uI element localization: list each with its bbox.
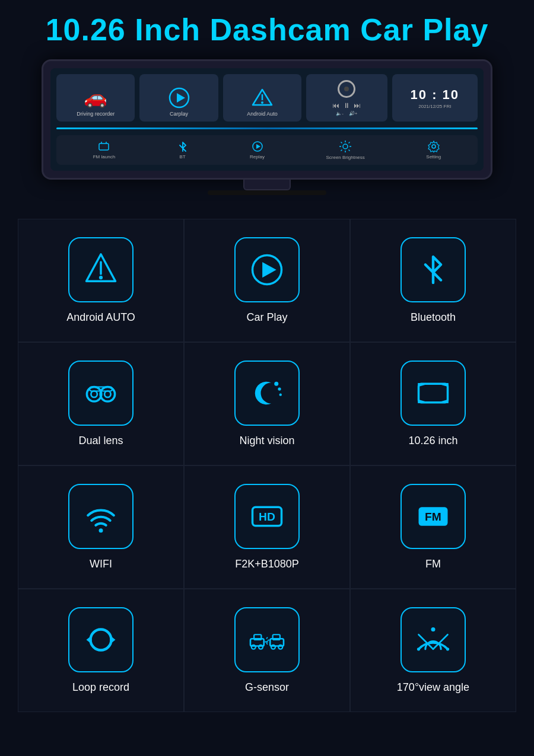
android-auto-label: Android AUTO: [66, 311, 135, 324]
svg-line-49: [266, 637, 268, 639]
svg-point-55: [278, 645, 282, 649]
night-vision-label: Night vision: [239, 435, 294, 447]
night-vision-icon-box: [234, 361, 300, 426]
fm-label: FM: [425, 558, 441, 570]
svg-point-48: [259, 645, 263, 649]
carplay-icon: [246, 249, 288, 291]
svg-rect-5: [99, 143, 109, 150]
app-driving-recorder: 🚗 Driving recorder: [56, 74, 135, 122]
svg-point-10: [343, 144, 348, 149]
device-mockup: 🚗 Driving recorder Carplay Android Auto: [36, 59, 498, 195]
clock-widget: 10 : 10 2021/12/25 FRI: [392, 74, 478, 122]
hd-icon: HD: [246, 496, 288, 537]
loop-record-label: Loop record: [72, 681, 129, 694]
svg-point-31: [278, 387, 281, 390]
bottom-bt-label: BT: [179, 154, 185, 160]
feature-bluetooth: Bluetooth: [350, 219, 516, 342]
dual-lens-icon-box: [68, 361, 134, 426]
app-carplay: Carplay: [139, 74, 218, 122]
fm-icon-box: FM: [401, 484, 466, 549]
feature-resolution: HD F2K+B1080P: [184, 465, 350, 589]
carplay-icon-box: [234, 237, 300, 302]
svg-point-28: [104, 391, 111, 398]
feature-fm: FM FM: [350, 465, 516, 589]
clock-date: 2021/12/25 FRI: [418, 104, 451, 109]
svg-point-59: [417, 647, 420, 650]
svg-text:HD: HD: [259, 511, 275, 523]
media-widget: ⏮⏸⏭ 🔈- 🔊+: [306, 74, 387, 122]
device-stand: [243, 180, 291, 190]
feature-dual-lens: Dual lens: [18, 342, 184, 465]
svg-line-17: [349, 142, 350, 143]
bottom-setting: Setting: [426, 141, 441, 160]
view-angle-icon: [412, 619, 454, 661]
wifi-icon-box: [68, 484, 134, 549]
svg-point-30: [274, 382, 278, 386]
wifi-icon: [80, 496, 122, 537]
bottom-replay-label: Replay: [250, 154, 265, 160]
loop-record-icon-box: [68, 607, 134, 672]
g-sensor-icon-box: [234, 607, 300, 672]
svg-point-19: [432, 145, 436, 148]
bluetooth-icon-box: [401, 237, 466, 302]
svg-rect-33: [419, 384, 448, 403]
svg-point-61: [431, 627, 436, 631]
clock-time: 10 : 10: [411, 87, 460, 103]
svg-point-54: [271, 645, 275, 649]
view-angle-label: 170°view angle: [397, 681, 469, 694]
features-grid: Android AUTO Car Play Bluetooth: [0, 213, 534, 718]
bluetooth-icon: [412, 249, 454, 291]
bottom-setting-label: Setting: [426, 154, 441, 160]
bluetooth-label: Bluetooth: [411, 311, 456, 324]
feature-g-sensor: G-sensor: [184, 589, 350, 712]
svg-point-60: [446, 647, 449, 650]
bottom-replay: Replay: [250, 141, 265, 160]
svg-point-22: [99, 276, 103, 279]
g-sensor-label: G-sensor: [245, 681, 289, 694]
bottom-fm-label: FM launch: [93, 154, 115, 160]
svg-marker-9: [256, 144, 260, 149]
dashcam-device: 🚗 Driving recorder Carplay Android Auto: [42, 59, 492, 180]
app-driving-recorder-label: Driving recorder: [77, 111, 115, 117]
loop-record-icon: [80, 619, 122, 661]
app-android-auto: Android Auto: [223, 74, 301, 122]
screen-size-icon: [412, 372, 454, 414]
feature-loop-record: Loop record: [18, 589, 184, 712]
resolution-label: F2K+B1080P: [235, 558, 299, 570]
night-vision-icon: [246, 372, 288, 414]
svg-point-4: [261, 101, 263, 104]
android-auto-icon-box: [68, 237, 134, 302]
svg-line-51: [266, 643, 268, 645]
feature-night-vision: Night vision: [184, 342, 350, 465]
svg-text:FM: FM: [425, 511, 441, 523]
svg-marker-24: [262, 262, 276, 277]
g-sensor-icon: [246, 619, 288, 661]
device-base: [208, 190, 326, 195]
dual-lens-icon: [80, 372, 122, 414]
screen-size-icon-box: [401, 361, 466, 426]
feature-wifi: WIFI: [18, 465, 184, 589]
app-carplay-label: Carplay: [170, 111, 188, 117]
svg-marker-43: [87, 636, 92, 644]
feature-android-auto: Android AUTO: [18, 219, 184, 342]
bottom-bt: BT: [177, 141, 189, 160]
app-android-auto-label: Android Auto: [247, 111, 278, 117]
svg-point-47: [252, 645, 256, 649]
svg-line-16: [349, 150, 350, 151]
feature-carplay: Car Play: [184, 219, 350, 342]
carplay-label: Car Play: [246, 311, 287, 324]
dual-lens-label: Dual lens: [78, 435, 123, 447]
svg-point-26: [91, 391, 97, 398]
bottom-brightness: Screen Brightness: [326, 140, 364, 160]
svg-line-50: [268, 640, 269, 641]
resolution-icon-box: HD: [234, 484, 300, 549]
svg-marker-44: [110, 636, 116, 644]
bottom-brightness-label: Screen Brightness: [326, 155, 364, 160]
page-title: 10.26 Inch Dashcam Car Play: [0, 0, 534, 53]
fm-icon: FM: [412, 496, 454, 537]
svg-point-38: [99, 528, 103, 532]
svg-line-15: [341, 142, 342, 143]
view-angle-icon-box: [401, 607, 466, 672]
bottom-fm-launch: FM launch: [93, 141, 115, 160]
svg-line-18: [341, 150, 342, 151]
